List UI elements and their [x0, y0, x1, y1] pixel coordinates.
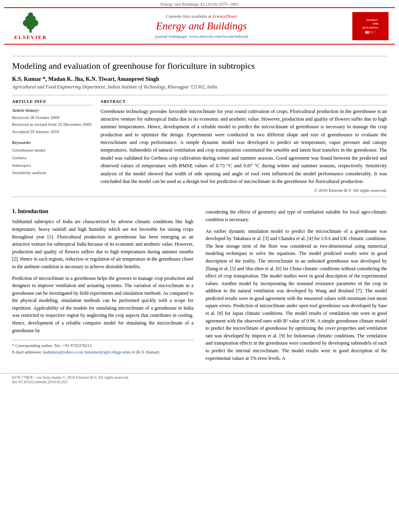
article-info-label: ARTICLE INFO	[12, 99, 93, 105]
journal-citation: Energy and Buildings 42 (2010) 1075–1083	[0, 0, 399, 7]
intro-paragraph-1: Subhumid subtropics of India are charact…	[12, 218, 193, 270]
article-title: Modeling and evaluation of greenhouse fo…	[12, 60, 387, 72]
keywords-list: Greenhouse model Gerbera Subtropics Sens…	[12, 146, 93, 177]
elsevier-logo: ELSEVIER	[10, 11, 51, 41]
article-dates: Received 28 October 2009 Received in rev…	[12, 114, 93, 136]
intro-paragraph-2: Prediction of microclimate in a greenhou…	[12, 275, 193, 335]
keywords-label: Keywords:	[12, 140, 93, 145]
journal-title: Energy and Buildings	[51, 20, 352, 32]
body-area: 1. Introduction Subhumid subtropics of I…	[0, 201, 399, 370]
corresponding-footnote: * Corresponding author. Tel.: +91 973537…	[12, 343, 193, 349]
header-divider	[12, 56, 387, 56]
journal-center-info: Contents lists available at ScienceDirec…	[51, 14, 352, 39]
article-affiliation: Agricultural and Food Engineering Depart…	[12, 84, 387, 90]
abstract-column: ABSTRACT Greenhouse technology provides …	[101, 99, 387, 193]
email-footnote: E-mail addresses: kaduhuru@yahoo.co.in, …	[12, 349, 193, 355]
article-info-column: ARTICLE INFO Article history: Received 2…	[12, 99, 101, 193]
footnote-area: * Corresponding author. Tel.: +91 973537…	[12, 340, 193, 355]
right-paragraph-1: considering the effects of geometry and …	[206, 208, 387, 223]
elsevier-tree-icon	[19, 11, 43, 33]
body-right-column: considering the effects of geometry and …	[206, 208, 387, 366]
eb-logo: ENERGY AND BUILDINGS ▓▓▒▒░░	[352, 12, 389, 40]
sciencedirect-line: Contents lists available at ScienceDirec…	[51, 14, 352, 18]
journal-homepage: journal homepage: www.elsevier.com/locat…	[51, 34, 352, 39]
body-columns: 1. Introduction Subhumid subtropics of I…	[12, 208, 387, 366]
doi-line: doi:10.1016/j.enbuild.2010.01.021	[12, 380, 387, 384]
article-meta-section: ARTICLE INFO Article history: Received 2…	[12, 99, 387, 193]
right-paragraph-2: An earlier dynamic simulation model to p…	[206, 228, 387, 362]
issn-line: 0378-7788/$ – see front matter © 2010 El…	[12, 375, 387, 380]
section-divider	[12, 197, 387, 197]
copyright-line: © 2010 Elsevier B.V. All rights reserved…	[101, 188, 387, 193]
abstract-text: Greenhouse technology provides favorable…	[101, 108, 387, 186]
history-label: Article history:	[12, 108, 93, 113]
authors-divider	[12, 95, 387, 95]
svg-point-6	[28, 12, 33, 18]
email-link-1[interactable]: kaduhuru@yahoo.co.in	[43, 350, 82, 354]
abstract-label: ABSTRACT	[101, 99, 387, 105]
body-left-column: 1. Introduction Subhumid subtropics of I…	[12, 208, 193, 366]
article-authors: K.S. Kumar *, Madan K. Jha, K.N. Tiwari,…	[12, 76, 387, 82]
journal-header: ELSEVIER Contents lists available at Sci…	[4, 7, 395, 45]
email-link-2[interactable]: kskumar@agfe.iitkgp.ernet.in	[85, 350, 135, 354]
article-area: Modeling and evaluation of greenhouse fo…	[0, 45, 399, 193]
introduction-heading: 1. Introduction	[12, 208, 193, 215]
bottom-bar: 0378-7788/$ – see front matter © 2010 El…	[0, 373, 399, 386]
